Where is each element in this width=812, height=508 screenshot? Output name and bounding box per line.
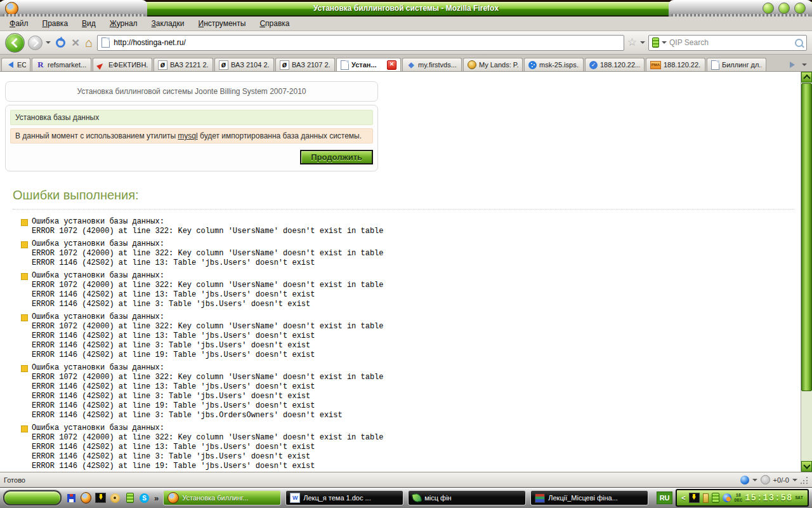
qip-status-icon[interactable] bbox=[740, 476, 749, 485]
error-bullet-icon bbox=[21, 241, 28, 248]
history-dropdown[interactable] bbox=[46, 41, 51, 46]
search-engine-dropdown[interactable] bbox=[662, 41, 667, 46]
quick-launch-ffball-icon[interactable] bbox=[81, 493, 91, 504]
tab-label: 188.120.22... bbox=[664, 61, 701, 69]
scrollbar-down-button[interactable] bbox=[801, 461, 812, 472]
counter-dropdown[interactable] bbox=[792, 479, 797, 484]
mysql-link[interactable]: mysql bbox=[178, 131, 197, 140]
tray-bat-icon[interactable] bbox=[689, 493, 700, 503]
tab-9[interactable]: msk-25.isps... bbox=[524, 58, 584, 71]
menu-item-4[interactable]: Закладки bbox=[145, 17, 192, 30]
error-line: ERROR 1072 (42000) at line 322: Key colu… bbox=[32, 373, 801, 382]
tab-5[interactable]: ВАЗ 2107 2... bbox=[275, 58, 335, 71]
globe-icon[interactable] bbox=[761, 475, 770, 485]
menu-item-1[interactable]: Правка bbox=[36, 17, 75, 30]
forward-arrow-icon bbox=[30, 39, 39, 47]
error-line: ERROR 1146 (42S02) at line 19: Table 'jb… bbox=[32, 401, 801, 411]
error-line: ERROR 1146 (42S02) at line 13: Table 'jb… bbox=[32, 331, 801, 341]
tray-icons bbox=[689, 493, 731, 503]
quick-launch-qip-icon[interactable] bbox=[124, 493, 135, 504]
tab-3[interactable]: ВАЗ 2121 2... bbox=[154, 58, 213, 71]
tab-11[interactable]: 188.120.22... bbox=[646, 58, 705, 71]
tray-collapse-arrow[interactable]: < bbox=[681, 494, 685, 502]
bookmark-star-icon[interactable]: ☆ bbox=[627, 37, 637, 48]
tab-close-icon[interactable]: ✕ bbox=[387, 60, 396, 70]
task-button-label: Установка биллинг... bbox=[182, 494, 248, 502]
menu-item-5[interactable]: Инструменты bbox=[192, 17, 253, 30]
error-line: ERROR 1146 (42S02) at line 13: Table 'jb… bbox=[32, 258, 801, 268]
tab-8[interactable]: My Lands: P... bbox=[463, 58, 523, 71]
tray-gold-icon[interactable] bbox=[703, 493, 709, 503]
search-box[interactable]: QIP Search bbox=[648, 35, 807, 51]
browser-content: Установка биллинговой системы Joonte Bil… bbox=[0, 72, 812, 472]
qip-status-dropdown[interactable] bbox=[752, 479, 757, 484]
resize-grip[interactable] bbox=[801, 476, 808, 484]
quick-launch-bat-icon[interactable] bbox=[95, 493, 106, 504]
error-line: ERROR 1146 (42S02) at line 3: Table 'jbs… bbox=[32, 341, 801, 351]
tab-6[interactable]: Устан...✕ bbox=[336, 58, 401, 71]
quick-launch-floppy-icon[interactable] bbox=[66, 493, 77, 504]
quick-launch-skype-icon[interactable] bbox=[139, 493, 150, 504]
menu-item-0[interactable]: Файл bbox=[3, 17, 36, 30]
continue-button[interactable]: Продолжить bbox=[300, 150, 373, 164]
tray-sphere-icon[interactable] bbox=[723, 493, 731, 502]
quick-launch-monkey-icon[interactable] bbox=[110, 493, 121, 504]
stop-button[interactable]: × bbox=[72, 36, 79, 49]
task-button-1[interactable]: Лекц_я тема 1.doc ... bbox=[285, 490, 403, 505]
quick-launch-overflow[interactable]: » bbox=[154, 493, 159, 503]
error-line: ERROR 1146 (42S02) at line 3: Table 'jbs… bbox=[32, 452, 801, 462]
vaz-icon bbox=[280, 60, 289, 70]
tab-label: ЕФЕКТИВН... bbox=[108, 61, 148, 69]
back-button[interactable] bbox=[5, 33, 25, 53]
tab-7[interactable]: my.firstvds.... bbox=[402, 58, 462, 71]
menu-item-3[interactable]: Журнал bbox=[103, 17, 145, 30]
task-button-3[interactable]: Лекції_Місцеві фіна... bbox=[530, 490, 648, 505]
menu-item-2[interactable]: Вид bbox=[75, 17, 103, 30]
tab-12[interactable]: Биллинг дл... bbox=[707, 58, 766, 71]
diamond-icon bbox=[407, 60, 416, 69]
tab-label: ВАЗ 2104 2... bbox=[231, 61, 270, 69]
window-title: Установка биллинговой системы - Mozilla … bbox=[0, 4, 812, 13]
clock-weekday: SAT bbox=[795, 495, 803, 500]
task-button-2[interactable]: місц фін bbox=[408, 490, 526, 505]
reload-button[interactable] bbox=[56, 38, 65, 48]
error-list: Ошибка установки базы данных:ERROR 1072 … bbox=[22, 217, 801, 472]
tray-qip-icon[interactable] bbox=[712, 493, 719, 503]
vertical-scrollbar[interactable] bbox=[801, 72, 812, 472]
task-button-0[interactable]: Установка биллинг... bbox=[163, 490, 281, 505]
start-button[interactable] bbox=[3, 490, 62, 505]
monkey-icon bbox=[110, 493, 120, 503]
error-block-1: Ошибка установки базы данных:ERROR 1072 … bbox=[22, 239, 801, 268]
list-all-tabs-icon[interactable] bbox=[802, 64, 807, 69]
tab-label: My Lands: P... bbox=[479, 61, 518, 69]
home-button[interactable]: ⌂ bbox=[85, 36, 93, 50]
floppy-icon bbox=[67, 494, 75, 502]
tab-0[interactable]: ЕС... bbox=[1, 58, 30, 71]
errors-heading: Ошибки выполнения: bbox=[13, 188, 801, 203]
error-title: Ошибка установки базы данных: bbox=[32, 271, 801, 281]
check-icon bbox=[589, 61, 598, 69]
address-bar[interactable]: http://hostinga-net.ru/ bbox=[97, 35, 624, 51]
menu-item-6[interactable]: Справка bbox=[252, 17, 296, 30]
menu-bar: ФайлПравкаВидЖурналЗакладкиИнструментыСп… bbox=[0, 17, 812, 31]
bookmark-dropdown[interactable] bbox=[640, 41, 645, 46]
red-dart-icon bbox=[97, 60, 106, 69]
error-line: ERROR 1146 (42S02) at line 3: Table 'jbs… bbox=[32, 471, 801, 472]
scrollbar-up-button[interactable] bbox=[801, 72, 812, 83]
error-line: ERROR 1146 (42S02) at line 13: Table 'jb… bbox=[32, 290, 801, 300]
skype-icon bbox=[140, 493, 149, 503]
search-magnifier-icon[interactable] bbox=[795, 39, 803, 47]
clock-date: 18 DEC bbox=[735, 493, 743, 503]
task-button-label: місц фін bbox=[424, 494, 451, 502]
tab-4[interactable]: ВАЗ 2104 2... bbox=[214, 58, 274, 71]
keyboard-layout-indicator[interactable]: RU bbox=[657, 491, 672, 504]
tab-1[interactable]: refsmarket.... bbox=[32, 58, 91, 71]
tab-label: ВАЗ 2107 2... bbox=[292, 61, 331, 69]
error-line: ERROR 1072 (42000) at line 322: Key colu… bbox=[32, 227, 801, 236]
installer-header: Установка биллинговой системы Joonte Bil… bbox=[5, 81, 378, 102]
tab-10[interactable]: 188.120.22... bbox=[585, 58, 645, 71]
scroll-tabs-right-icon[interactable] bbox=[790, 62, 798, 68]
forward-button[interactable] bbox=[28, 36, 43, 50]
tab-2[interactable]: ЕФЕКТИВН... bbox=[93, 58, 152, 71]
scrollbar-thumb[interactable] bbox=[801, 83, 812, 391]
